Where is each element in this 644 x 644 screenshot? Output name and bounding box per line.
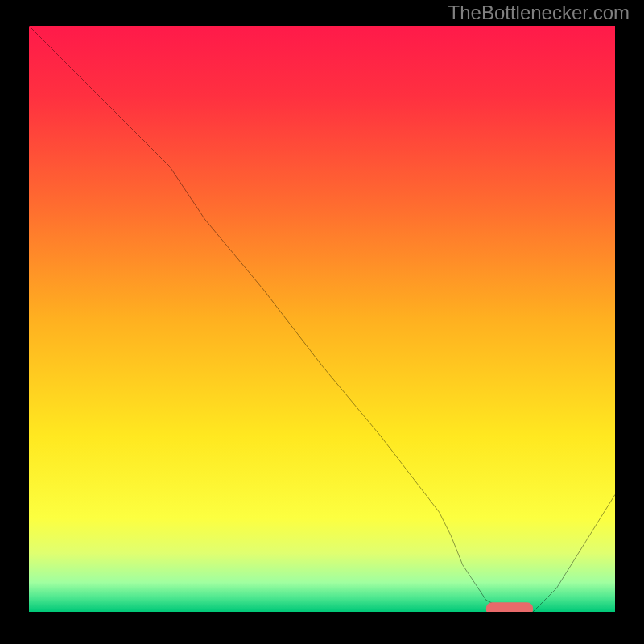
watermark-text: TheBottlenecker.com <box>448 2 630 24</box>
optimal-range-marker <box>486 602 533 612</box>
bottleneck-chart <box>29 26 615 612</box>
chart-container: TheBottlenecker.com <box>0 0 644 644</box>
